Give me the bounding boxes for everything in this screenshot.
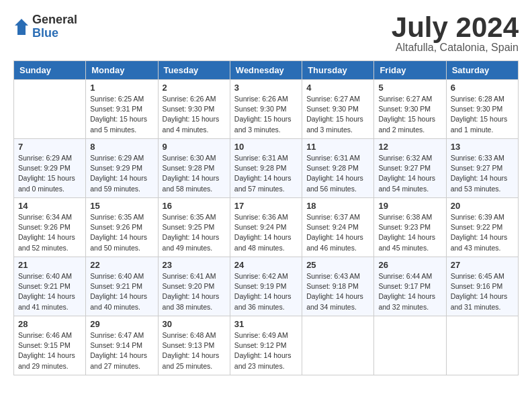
calendar-cell: 22Sunrise: 6:40 AMSunset: 9:21 PMDayligh… [86,257,158,316]
calendar-week-row: 28Sunrise: 6:46 AMSunset: 9:15 PMDayligh… [14,316,519,375]
calendar-cell: 19Sunrise: 6:38 AMSunset: 9:23 PMDayligh… [374,198,446,257]
calendar-cell: 30Sunrise: 6:48 AMSunset: 9:13 PMDayligh… [158,316,230,375]
day-number: 20 [451,201,514,211]
day-number: 29 [90,319,153,329]
day-number: 19 [378,201,441,211]
calendar-cell: 5Sunrise: 6:27 AMSunset: 9:30 PMDaylight… [374,80,446,139]
day-number: 9 [163,142,226,152]
day-info: Sunrise: 6:28 AMSunset: 9:30 PMDaylight:… [451,94,514,135]
day-info: Sunrise: 6:29 AMSunset: 9:29 PMDaylight:… [90,153,153,194]
day-number: 6 [451,83,514,93]
weekday-header-cell: Tuesday [158,61,230,80]
calendar-cell [302,316,374,375]
day-info: Sunrise: 6:35 AMSunset: 9:26 PMDaylight:… [90,212,153,253]
weekday-header-cell: Thursday [302,61,374,80]
calendar-cell: 26Sunrise: 6:44 AMSunset: 9:17 PMDayligh… [374,257,446,316]
location-title: Altafulla, Catalonia, Spain [392,42,519,54]
calendar-cell [14,80,86,139]
calendar-cell: 4Sunrise: 6:27 AMSunset: 9:30 PMDaylight… [302,80,374,139]
day-number: 5 [378,83,441,93]
calendar-body: 1Sunrise: 6:25 AMSunset: 9:31 PMDaylight… [14,80,519,375]
day-info: Sunrise: 6:39 AMSunset: 9:22 PMDaylight:… [451,212,514,253]
day-number: 3 [234,83,298,93]
day-number: 10 [234,142,298,152]
calendar-cell: 23Sunrise: 6:41 AMSunset: 9:20 PMDayligh… [158,257,230,316]
calendar-cell: 10Sunrise: 6:31 AMSunset: 9:28 PMDayligh… [230,139,302,198]
logo-general: General [32,13,77,27]
calendar-cell: 25Sunrise: 6:43 AMSunset: 9:18 PMDayligh… [302,257,374,316]
day-info: Sunrise: 6:26 AMSunset: 9:30 PMDaylight:… [234,94,298,135]
day-number: 31 [234,319,298,329]
day-info: Sunrise: 6:49 AMSunset: 9:12 PMDaylight:… [234,330,298,371]
day-number: 7 [18,142,81,152]
calendar-cell: 13Sunrise: 6:33 AMSunset: 9:27 PMDayligh… [446,139,518,198]
logo-blue: Blue [32,27,77,40]
day-info: Sunrise: 6:43 AMSunset: 9:18 PMDaylight:… [306,271,369,312]
calendar-cell: 9Sunrise: 6:30 AMSunset: 9:28 PMDaylight… [158,139,230,198]
day-info: Sunrise: 6:33 AMSunset: 9:27 PMDaylight:… [451,153,514,194]
day-info: Sunrise: 6:48 AMSunset: 9:13 PMDaylight:… [163,330,226,371]
day-info: Sunrise: 6:27 AMSunset: 9:30 PMDaylight:… [378,94,441,135]
calendar-cell: 14Sunrise: 6:34 AMSunset: 9:26 PMDayligh… [14,198,86,257]
calendar-cell: 1Sunrise: 6:25 AMSunset: 9:31 PMDaylight… [86,80,158,139]
day-number: 22 [90,260,153,270]
day-number: 13 [451,142,514,152]
day-info: Sunrise: 6:27 AMSunset: 9:30 PMDaylight:… [306,94,369,135]
page-header: General Blue July 2024 Altafulla, Catalo… [13,13,519,54]
day-info: Sunrise: 6:47 AMSunset: 9:14 PMDaylight:… [90,330,153,371]
day-info: Sunrise: 6:36 AMSunset: 9:24 PMDaylight:… [234,212,298,253]
day-info: Sunrise: 6:30 AMSunset: 9:28 PMDaylight:… [163,153,226,194]
day-info: Sunrise: 6:29 AMSunset: 9:29 PMDaylight:… [18,153,81,194]
day-number: 24 [234,260,298,270]
day-info: Sunrise: 6:31 AMSunset: 9:28 PMDaylight:… [234,153,298,194]
calendar-cell: 17Sunrise: 6:36 AMSunset: 9:24 PMDayligh… [230,198,302,257]
day-number: 21 [18,260,81,270]
day-number: 15 [90,201,153,211]
day-number: 2 [163,83,226,93]
day-number: 26 [378,260,441,270]
svg-marker-0 [15,19,28,35]
day-info: Sunrise: 6:32 AMSunset: 9:27 PMDaylight:… [378,153,441,194]
calendar-cell: 12Sunrise: 6:32 AMSunset: 9:27 PMDayligh… [374,139,446,198]
day-info: Sunrise: 6:25 AMSunset: 9:31 PMDaylight:… [90,94,153,135]
day-number: 12 [378,142,441,152]
calendar-cell: 28Sunrise: 6:46 AMSunset: 9:15 PMDayligh… [14,316,86,375]
month-title: July 2024 [392,13,519,42]
day-info: Sunrise: 6:35 AMSunset: 9:25 PMDaylight:… [163,212,226,253]
calendar-cell [374,316,446,375]
day-number: 16 [163,201,226,211]
day-info: Sunrise: 6:44 AMSunset: 9:17 PMDaylight:… [378,271,441,312]
day-info: Sunrise: 6:41 AMSunset: 9:20 PMDaylight:… [163,271,226,312]
calendar-cell: 15Sunrise: 6:35 AMSunset: 9:26 PMDayligh… [86,198,158,257]
calendar-cell: 2Sunrise: 6:26 AMSunset: 9:30 PMDaylight… [158,80,230,139]
day-number: 17 [234,201,298,211]
calendar-week-row: 7Sunrise: 6:29 AMSunset: 9:29 PMDaylight… [14,139,519,198]
calendar-cell: 31Sunrise: 6:49 AMSunset: 9:12 PMDayligh… [230,316,302,375]
calendar-cell: 11Sunrise: 6:31 AMSunset: 9:28 PMDayligh… [302,139,374,198]
day-number: 14 [18,201,81,211]
day-info: Sunrise: 6:42 AMSunset: 9:19 PMDaylight:… [234,271,298,312]
day-number: 23 [163,260,226,270]
day-number: 11 [306,142,369,152]
logo-text: General Blue [32,13,77,40]
calendar-cell: 7Sunrise: 6:29 AMSunset: 9:29 PMDaylight… [14,139,86,198]
calendar-cell: 8Sunrise: 6:29 AMSunset: 9:29 PMDaylight… [86,139,158,198]
calendar-cell: 16Sunrise: 6:35 AMSunset: 9:25 PMDayligh… [158,198,230,257]
weekday-header-cell: Sunday [14,61,86,80]
day-info: Sunrise: 6:37 AMSunset: 9:24 PMDaylight:… [306,212,369,253]
calendar-cell: 27Sunrise: 6:45 AMSunset: 9:16 PMDayligh… [446,257,518,316]
calendar-week-row: 1Sunrise: 6:25 AMSunset: 9:31 PMDaylight… [14,80,519,139]
calendar-cell: 3Sunrise: 6:26 AMSunset: 9:30 PMDaylight… [230,80,302,139]
logo-icon [13,17,30,36]
day-info: Sunrise: 6:46 AMSunset: 9:15 PMDaylight:… [18,330,81,371]
calendar-cell: 18Sunrise: 6:37 AMSunset: 9:24 PMDayligh… [302,198,374,257]
calendar-cell: 6Sunrise: 6:28 AMSunset: 9:30 PMDaylight… [446,80,518,139]
day-number: 30 [163,319,226,329]
calendar-cell: 24Sunrise: 6:42 AMSunset: 9:19 PMDayligh… [230,257,302,316]
weekday-header-row: SundayMondayTuesdayWednesdayThursdayFrid… [14,61,519,80]
day-info: Sunrise: 6:40 AMSunset: 9:21 PMDaylight:… [18,271,81,312]
calendar-week-row: 14Sunrise: 6:34 AMSunset: 9:26 PMDayligh… [14,198,519,257]
day-info: Sunrise: 6:34 AMSunset: 9:26 PMDaylight:… [18,212,81,253]
day-info: Sunrise: 6:45 AMSunset: 9:16 PMDaylight:… [451,271,514,312]
day-number: 27 [451,260,514,270]
